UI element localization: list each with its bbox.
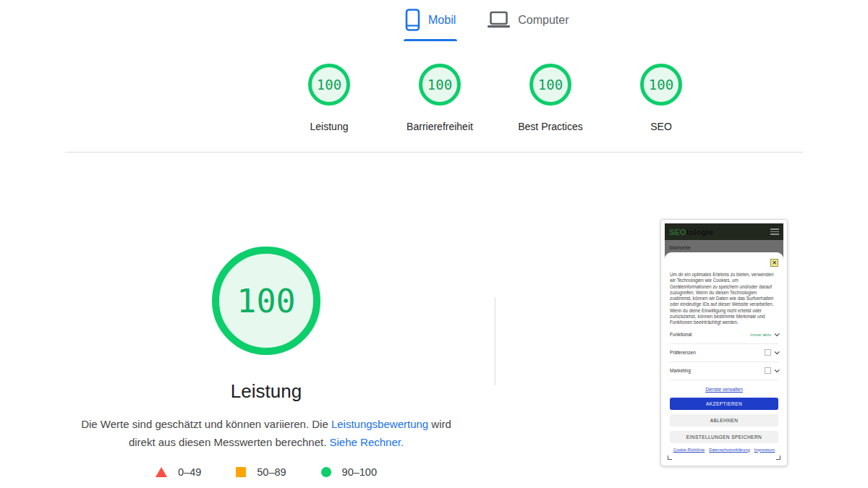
score-label: Barrierefreiheit	[407, 121, 473, 132]
cookie-footer-links: Cookie-Richtlinie Datenschutzerklärung I…	[670, 448, 778, 452]
summary-item-best-practices[interactable]: 100 Best Practices	[518, 64, 583, 132]
imprint-link: Impressum	[754, 448, 775, 452]
legend-range: 90–100	[342, 466, 377, 478]
privacy-policy-link: Datenschutzerklärung	[709, 448, 749, 452]
see-calculator-link[interactable]: Siehe Rechner.	[330, 436, 404, 448]
final-screenshot-card[interactable]: SEOtologie Startseite ✕ Um dir ein optim…	[660, 219, 788, 466]
legend-item-fail: 0–49	[156, 466, 201, 478]
orange-square-icon	[236, 467, 246, 477]
decline-button: ABLEHNEN	[670, 414, 778, 427]
logo-rest-part: tologie	[686, 228, 713, 236]
cookie-policy-link: Cookie-Richtlinie	[673, 448, 705, 452]
tab-desktop-label: Computer	[518, 14, 569, 27]
score-label: Best Practices	[518, 121, 582, 132]
tab-mobile[interactable]: Mobil	[405, 9, 456, 31]
hamburger-menu-icon	[770, 228, 779, 235]
close-icon: ✕	[770, 259, 778, 267]
tab-desktop[interactable]: Computer	[488, 9, 569, 31]
device-tabs: Mobil Computer	[405, 9, 569, 31]
save-settings-button: EINSTELLUNGEN SPEICHERN	[670, 431, 778, 443]
tab-mobile-label: Mobil	[428, 14, 456, 27]
legend-item-average: 50–89	[236, 466, 286, 478]
chevron-down-icon	[775, 367, 780, 372]
always-active-status: Immer aktiv	[750, 333, 771, 337]
summary-item-accessibility[interactable]: 100 Barrierefreiheit	[407, 64, 472, 132]
legend-range: 50–89	[257, 466, 286, 478]
phone-icon	[405, 9, 420, 31]
score-value: 100	[427, 77, 452, 93]
score-label: SEO	[650, 121, 672, 132]
score-value: 100	[538, 77, 563, 93]
score-legend: 0–49 50–89 90–100	[80, 466, 453, 478]
score-ring: 100	[529, 64, 571, 106]
score-label: Leistung	[310, 121, 349, 132]
scoring-calculator-link[interactable]: Leistungsbewertung	[331, 418, 428, 430]
final-screenshot: SEOtologie Startseite ✕ Um dir ein optim…	[665, 223, 783, 462]
consent-row-label: Marketing	[670, 368, 691, 373]
manage-services-link: Dienste verwalten	[670, 387, 778, 392]
summary-item-performance[interactable]: 100 Leistung	[297, 64, 362, 132]
red-triangle-icon	[156, 467, 167, 477]
performance-title: Leistung	[80, 380, 453, 403]
cookie-consent-dialog: ✕ Um dir ein optimales Erlebnis zu biete…	[665, 252, 783, 462]
green-circle-icon	[321, 467, 331, 477]
summary-item-seo[interactable]: 100 SEO	[629, 64, 694, 132]
consent-row-label: Präferenzen	[670, 350, 696, 355]
site-header: SEOtologie	[665, 223, 783, 240]
consent-row-label: Funktional	[670, 332, 692, 337]
section-divider	[65, 152, 803, 153]
marketing-checkbox	[765, 367, 771, 374]
accept-button: AKZEPTIEREN	[670, 398, 778, 410]
score-ring: 100	[640, 64, 682, 106]
consent-row-functional: Funktional Immer aktiv	[670, 326, 778, 344]
score-ring: 100	[308, 64, 350, 106]
description-text: Die Werte sind geschätzt und können vari…	[81, 418, 331, 430]
vertical-divider	[495, 297, 495, 385]
score-ring: 100	[419, 64, 461, 106]
score-summary: 100 Leistung 100 Barrierefreiheit 100 Be…	[297, 64, 694, 132]
legend-item-pass: 90–100	[321, 466, 377, 478]
chevron-down-icon	[775, 331, 780, 336]
corner-mark-right	[776, 455, 780, 460]
nav-item-home: Startseite	[669, 245, 691, 250]
consent-row-preferences: Präferenzen	[670, 344, 778, 362]
cookie-message: Um dir ein optimales Erlebnis zu bieten,…	[670, 272, 778, 326]
performance-section: 100 Leistung Die Werte sind geschätzt un…	[80, 247, 453, 478]
logo-seo-part: SEO	[669, 228, 686, 236]
site-logo: SEOtologie	[669, 228, 713, 236]
performance-gauge: 100	[212, 247, 320, 355]
score-value: 100	[317, 77, 341, 93]
performance-score: 100	[237, 282, 295, 320]
laptop-icon	[488, 11, 510, 29]
score-description: Die Werte sind geschätzt und können vari…	[80, 415, 453, 451]
corner-mark-left	[668, 455, 672, 460]
score-value: 100	[649, 77, 673, 93]
consent-row-marketing: Marketing	[670, 362, 778, 380]
chevron-down-icon	[775, 349, 780, 354]
preferences-checkbox	[765, 349, 771, 356]
legend-range: 0–49	[178, 466, 201, 478]
